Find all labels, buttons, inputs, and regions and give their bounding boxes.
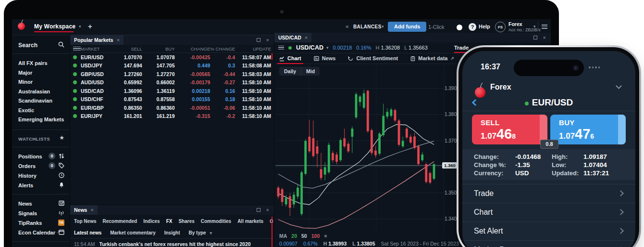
table-row[interactable]: AUD/USD0.659920.66002-0.00179-0.2711:58:… — [70, 78, 274, 87]
menu-item-market-data[interactable]: Market Data — [462, 240, 635, 247]
tab-client-sentiment[interactable]: Client Sentiment — [348, 55, 398, 61]
table-row[interactable]: EUR/GBP0.863500.86360-0.00051-0.0611:58:… — [70, 104, 274, 112]
account-caret-icon[interactable]: ▾ — [533, 24, 536, 29]
close-icon[interactable]: × — [117, 38, 120, 42]
sell-cell[interactable]: 0.65992 — [109, 79, 142, 85]
tab-all-markets[interactable]: All markets — [237, 219, 263, 224]
menu-item-trade[interactable]: Trade — [462, 184, 635, 203]
workspace-tab[interactable]: My Workspace — [34, 23, 75, 30]
instrument-symbol[interactable]: USD/CAD — [296, 44, 323, 51]
tab-chart[interactable]: Chart — [279, 55, 301, 61]
pct-change-column-header[interactable]: % CHANGE — [210, 46, 235, 52]
timeframe-daily-chip[interactable]: Daily — [279, 67, 301, 76]
sell-cell[interactable]: 0.86350 — [109, 105, 142, 111]
drag-handle-icon[interactable] — [73, 46, 81, 52]
buy-button[interactable]: BUY 1.07476 — [550, 115, 626, 144]
ma-50-toggle[interactable]: 50 — [301, 233, 307, 239]
tab-commodities[interactable]: Commodities — [201, 219, 231, 224]
buy-cell[interactable]: 1.27270 — [142, 71, 175, 77]
close-icon[interactable]: × — [266, 38, 269, 42]
maximize-icon[interactable] — [533, 36, 537, 39]
sell-cell[interactable]: 0.87543 — [109, 96, 142, 102]
change-column-header[interactable]: CHANGE — [174, 46, 210, 52]
buy-cell[interactable]: 1.07078 — [142, 54, 175, 60]
ma-100-toggle[interactable]: 100 — [311, 233, 320, 239]
menu-item-set-alert[interactable]: Set Alert — [462, 221, 635, 241]
market-column-header[interactable]: MARKET — [81, 46, 109, 52]
sell-cell[interactable]: 161.201 — [109, 113, 142, 119]
search-field[interactable]: Search — [18, 42, 37, 49]
buy-cell[interactable]: 0.86360 — [142, 105, 175, 111]
sidebar-item-scandinavian[interactable]: Scandinavian — [18, 98, 52, 104]
update-column-header[interactable]: UPDATE — [235, 46, 271, 52]
sidebar-item-exotic[interactable]: Exotic — [18, 107, 34, 113]
sidebar-item-news[interactable]: News — [18, 201, 32, 207]
sidebar-item-australasian[interactable]: Australasian — [18, 89, 50, 94]
close-icon[interactable]: × — [90, 208, 93, 212]
layout-menu-icon[interactable] — [542, 24, 547, 30]
sidebar-item-orders[interactable]: Orders — [18, 163, 36, 169]
tab-fx[interactable]: FX — [166, 219, 173, 224]
subtab-by-type[interactable]: By type ▾ — [189, 230, 212, 235]
chevron-down-icon[interactable] — [616, 83, 622, 89]
search-icon[interactable] — [58, 41, 64, 48]
maximize-icon[interactable] — [257, 38, 260, 42]
buy-cell[interactable]: 1.36119 — [142, 88, 175, 94]
account-avatar[interactable]: FS — [495, 22, 506, 32]
close-icon[interactable]: × — [543, 35, 546, 40]
sidebar-item-minor[interactable]: Minor — [18, 79, 33, 85]
maximize-icon[interactable] — [257, 208, 260, 212]
tab-indices[interactable]: Indices — [143, 219, 160, 224]
sidebar-item-tipranks[interactable]: TipRanks — [18, 220, 42, 226]
buy-cell[interactable]: 0.87558 — [142, 96, 175, 102]
sell-cell[interactable]: 1.36096 — [109, 88, 142, 94]
buy-cell[interactable]: 0.66002 — [142, 79, 175, 85]
ma-20-toggle[interactable]: 20 — [291, 233, 297, 239]
subtab-insight[interactable]: Insight — [164, 230, 180, 235]
table-row[interactable]: USD/CHF0.875430.875580.001550.1811:58:10… — [70, 95, 274, 104]
sell-cell[interactable]: 1.27260 — [109, 71, 142, 77]
legend-close-icon[interactable]: × — [324, 234, 327, 238]
table-row[interactable]: EUR/USD1.070701.07078-0.00425-0.411:58:0… — [70, 53, 274, 62]
buy-column-header[interactable]: BUY — [142, 46, 175, 52]
sidebar-item-history[interactable]: History — [18, 173, 37, 179]
tab-top-news[interactable]: Top News — [74, 219, 96, 224]
tab-recommended[interactable]: Recommended — [102, 219, 137, 224]
sell-column-header[interactable]: SELL — [109, 46, 142, 52]
watchlists-star-icon[interactable]: ★ — [59, 134, 64, 141]
sidebar-item-major[interactable]: Major — [18, 70, 32, 76]
subtab-market-commentary[interactable]: Market commentary — [110, 230, 155, 235]
table-row[interactable]: USD/JPY147.694147.7050.4490.311:58:08 AM — [70, 62, 274, 70]
close-icon[interactable]: × — [266, 208, 269, 212]
buy-cell[interactable]: 161.219 — [142, 113, 175, 119]
help-label[interactable]: Help — [479, 24, 490, 29]
sidebar-item-positions[interactable]: Positions — [18, 154, 42, 159]
drag-handle-icon[interactable] — [278, 45, 284, 51]
sidebar-item-signals[interactable]: Signals — [18, 210, 37, 216]
sell-button[interactable]: SELL 1.07468 — [472, 115, 547, 144]
table-row[interactable]: EUR/JPY161.201161.219-0.315-0.211:58:10 … — [70, 112, 274, 121]
workspace-caret-icon[interactable]: ▾ — [79, 24, 81, 29]
tab-shares[interactable]: Shares — [178, 219, 194, 224]
buy-cell[interactable]: 147.705 — [142, 63, 175, 68]
sidebar-item-all-fx-pairs[interactable]: All FX pairs — [18, 60, 48, 66]
close-icon[interactable]: × — [305, 35, 308, 40]
sell-cell[interactable]: 147.694 — [109, 63, 142, 68]
subtab-latest-news[interactable]: Latest news — [74, 230, 101, 235]
tab-news-view[interactable]: News — [314, 55, 336, 61]
add-funds-button[interactable]: Add funds — [388, 22, 426, 32]
sidebar-item-alerts[interactable]: Alerts — [18, 182, 33, 188]
tab-market-data[interactable]: Market data ↗ — [410, 55, 454, 61]
table-row[interactable]: USD/CAD1.360961.361190.002180.1611:58:10… — [70, 87, 274, 95]
table-row[interactable]: GBP/USD1.272601.27270-0.00565-0.4411:58:… — [70, 70, 274, 78]
price-mid-chip[interactable]: Mid — [301, 67, 320, 76]
collapse-balances-icon[interactable]: « — [346, 23, 349, 30]
instrument-caret-icon[interactable]: ▾ — [326, 45, 329, 50]
new-workspace-button[interactable]: + — [88, 22, 92, 30]
balances-caret-icon[interactable]: ▾ — [382, 24, 384, 29]
scroll-indicator[interactable] — [272, 217, 272, 247]
help-icon[interactable]: ? — [469, 23, 476, 31]
sidebar-item-emerging-markets[interactable]: Emerging Markets — [18, 117, 64, 122]
tab-news[interactable]: News × — [70, 205, 98, 215]
scroll-indicator[interactable] — [272, 53, 272, 60]
